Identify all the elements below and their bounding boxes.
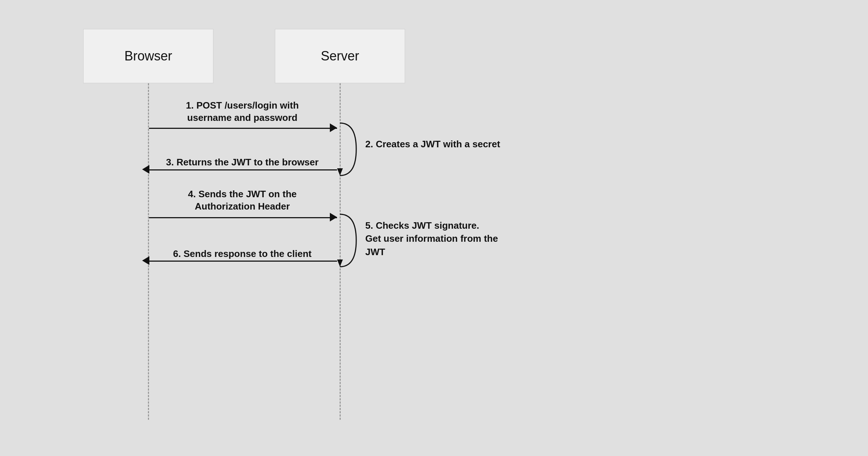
browser-label: Browser: [124, 48, 172, 64]
arrow4-label: 4. Sends the JWT on theAuthorization Hea…: [152, 188, 333, 213]
arrow4-line: [149, 217, 337, 218]
svg-marker-1: [337, 259, 343, 267]
arrow6-line: [149, 261, 337, 262]
server-label: Server: [321, 48, 359, 64]
arrow1-arrowhead: [330, 123, 337, 132]
arrow6-arrowhead: [142, 256, 149, 265]
svg-marker-0: [337, 168, 343, 176]
browser-lifeline: [148, 83, 149, 420]
arrow1-label: 1. POST /users/login withusername and pa…: [152, 100, 333, 124]
arrow6-label: 6. Sends response to the client: [152, 248, 333, 260]
arrow3-arrowhead: [142, 165, 149, 174]
browser-actor-box: Browser: [83, 29, 213, 83]
diagram-container: Browser Server 1. POST /users/login with…: [0, 0, 868, 456]
arrow3-line: [149, 169, 337, 170]
arrow1-line: [149, 128, 337, 129]
curve1: [336, 119, 358, 179]
arrow4-arrowhead: [330, 213, 337, 221]
step2-label: 2. Creates a JWT with a secret: [365, 138, 500, 151]
curve2: [336, 211, 358, 270]
arrow3-label: 3. Returns the JWT to the browser: [152, 156, 333, 169]
server-actor-box: Server: [275, 29, 405, 83]
step5-label: 5. Checks JWT signature.Get user informa…: [365, 219, 517, 258]
